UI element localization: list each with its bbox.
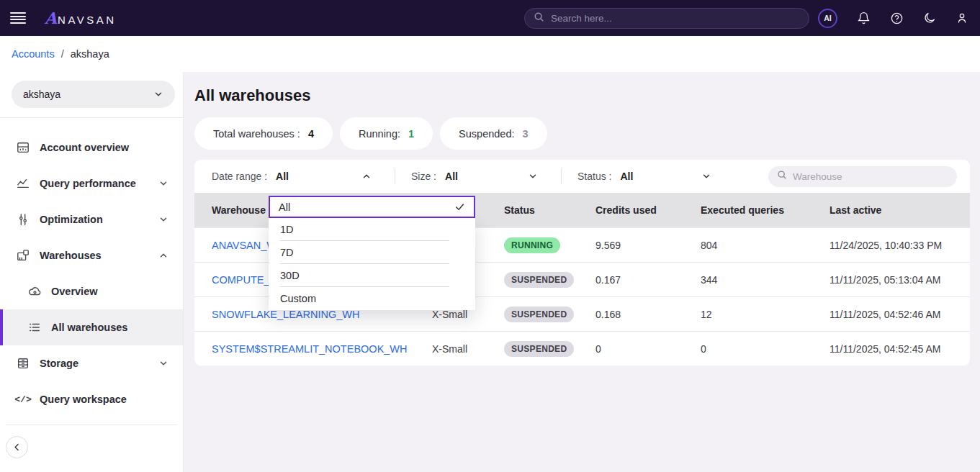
suspended-chip: Suspended: 3	[440, 117, 547, 150]
filter-label: Size :	[411, 171, 436, 182]
sidebar-item-label: Optimization	[40, 214, 103, 225]
dropdown-selected-label: All	[279, 201, 290, 213]
hamburger-menu-icon[interactable]	[10, 12, 26, 24]
dropdown-option-7d[interactable]: 7D	[269, 241, 475, 264]
sidebar-item-optimization[interactable]: Optimization	[0, 201, 183, 237]
chip-label: Total warehouses :	[213, 128, 300, 140]
date-range-dropdown: All 1D 7D 30D Custom	[269, 196, 475, 310]
chip-value: 1	[408, 128, 414, 140]
queries-cell: 804	[701, 240, 830, 251]
checkmark-icon	[454, 201, 465, 212]
global-search[interactable]	[524, 8, 809, 29]
col-header-executed-queries: Executed queries	[701, 204, 830, 216]
warehouse-icon	[16, 249, 30, 262]
sidebar-item-label: Query performance	[40, 178, 136, 189]
warehouse-name-link[interactable]: SYSTEM$STREAMLIT_NOTEBOOK_WH	[212, 343, 408, 355]
last-active-cell: 11/24/2025, 10:40:33 PM	[830, 240, 970, 251]
filter-value: All	[620, 171, 633, 182]
search-icon	[777, 170, 787, 183]
dropdown-option-1d[interactable]: 1D	[269, 218, 475, 241]
breadcrumb-accounts-link[interactable]: Accounts	[12, 48, 55, 60]
dropdown-option-all[interactable]: All	[269, 196, 475, 218]
dropdown-option-30d[interactable]: 30D	[269, 264, 475, 287]
sidebar-item-query-workspace[interactable]: </> Query workspace	[0, 381, 183, 417]
chevron-down-icon	[528, 171, 538, 181]
status-badge: RUNNING	[504, 237, 560, 253]
chevron-down-icon	[153, 89, 163, 99]
credits-cell: 0	[595, 343, 701, 355]
chevron-up-icon	[158, 250, 168, 260]
list-icon	[27, 321, 42, 334]
app-logo: A NAVSAN	[45, 10, 117, 26]
chip-label: Suspended:	[459, 128, 514, 140]
queries-cell: 344	[701, 274, 830, 286]
last-active-cell: 11/11/2025, 04:52:45 AM	[830, 343, 970, 355]
col-header-credits-used: Credits used	[595, 204, 701, 216]
sidebar-item-label: Overview	[51, 286, 98, 297]
sidebar-footer-divider	[6, 425, 177, 425]
sidebar: akshaya Account overview Query performan…	[0, 72, 184, 472]
chip-value: 3	[523, 128, 529, 140]
credits-cell: 9.569	[595, 240, 701, 251]
page-title: All warehouses	[194, 86, 980, 105]
chevron-down-icon	[158, 178, 168, 189]
credits-cell: 0.167	[595, 274, 701, 286]
filter-row: Date range : All Size : All Status : All	[194, 160, 970, 193]
sidebar-item-query-performance[interactable]: Query performance	[0, 165, 183, 201]
sidebar-item-all-warehouses[interactable]: All warehouses	[0, 309, 183, 345]
code-icon: </>	[16, 394, 30, 405]
sidebar-item-label: Account overview	[40, 142, 129, 153]
dropdown-option-custom[interactable]: Custom	[269, 287, 475, 310]
sidebar-collapse-button[interactable]	[6, 436, 28, 458]
account-selector[interactable]: akshaya	[12, 81, 175, 108]
chip-label: Running:	[359, 128, 400, 140]
dashboard-icon	[16, 141, 30, 154]
sidebar-item-warehouses[interactable]: Warehouses	[0, 237, 183, 273]
sidebar-item-label: Warehouses	[40, 250, 102, 261]
search-icon	[534, 12, 544, 25]
total-warehouses-chip: Total warehouses : 4	[194, 117, 333, 150]
warehouse-search[interactable]	[768, 166, 957, 187]
size-filter[interactable]: Size : All	[411, 171, 545, 182]
status-badge: SUSPENDED	[504, 272, 574, 288]
sidebar-item-label: Storage	[40, 358, 78, 369]
summary-chips: Total warehouses : 4 Running: 1 Suspende…	[194, 117, 980, 150]
warehouse-search-input[interactable]	[793, 171, 948, 182]
filter-value: All	[445, 171, 458, 182]
running-chip: Running: 1	[340, 117, 433, 150]
status-badge: SUSPENDED	[504, 307, 574, 322]
filter-separator	[395, 168, 395, 184]
date-range-filter[interactable]: Date range : All	[212, 171, 379, 182]
sidebar-item-account-overview[interactable]: Account overview	[0, 130, 183, 165]
global-search-input[interactable]	[551, 13, 800, 24]
filter-label: Date range :	[212, 171, 267, 182]
sliders-icon	[16, 213, 30, 226]
breadcrumb-separator: /	[61, 48, 64, 60]
warehouse-name-link[interactable]: ANAVSAN_W	[212, 240, 277, 251]
account-selector-value: akshaya	[23, 88, 60, 100]
profile-icon[interactable]	[956, 12, 968, 24]
warehouse-name-link[interactable]: COMPUTE_	[212, 274, 270, 286]
chevron-down-icon	[158, 358, 168, 368]
queries-cell: 12	[701, 309, 830, 320]
chevron-down-icon	[158, 214, 168, 224]
sidebar-item-label: All warehouses	[51, 322, 127, 333]
notifications-bell-icon[interactable]	[857, 12, 871, 25]
ai-assistant-button[interactable]: AI	[818, 9, 837, 28]
filter-value: All	[276, 171, 289, 182]
chevron-up-icon	[361, 171, 372, 181]
sidebar-item-storage[interactable]: Storage	[0, 345, 183, 381]
table-row: SYSTEM$STREAMLIT_NOTEBOOK_WH X-Small SUS…	[194, 331, 970, 366]
dark-mode-moon-icon[interactable]	[923, 12, 936, 24]
logo-text: NAVSAN	[58, 14, 117, 26]
breadcrumb: Accounts / akshaya	[0, 36, 980, 72]
filter-label: Status :	[577, 171, 611, 182]
last-active-cell: 11/11/2025, 04:52:46 AM	[830, 309, 970, 320]
logo-letter: A	[45, 10, 57, 26]
top-navbar: A NAVSAN AI	[0, 0, 980, 36]
cloud-icon	[27, 285, 42, 298]
queries-cell: 0	[701, 343, 830, 355]
help-icon[interactable]	[890, 12, 904, 25]
sidebar-item-overview[interactable]: Overview	[0, 273, 183, 309]
status-filter[interactable]: Status : All	[577, 171, 719, 182]
